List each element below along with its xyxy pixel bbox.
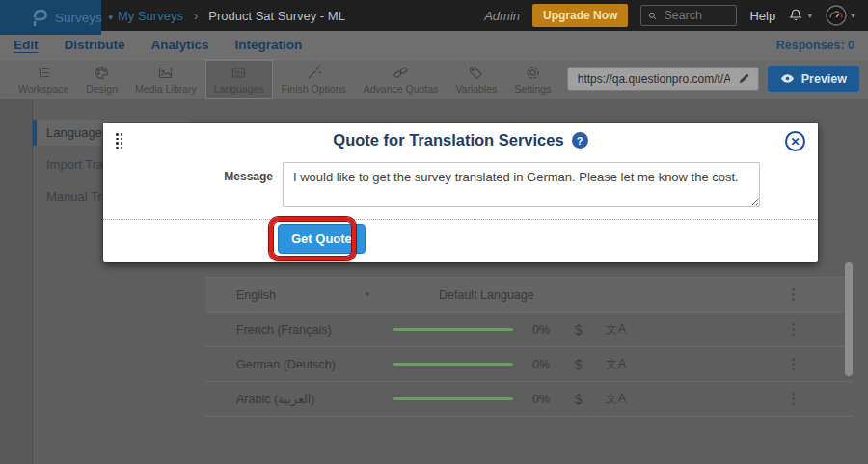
language-name: French (Français)	[205, 323, 393, 337]
image-icon	[157, 65, 174, 81]
toolbar-right-group: Preview	[567, 66, 859, 92]
toolbar-item-finish-options[interactable]: Finish Options	[273, 60, 355, 99]
preview-button[interactable]: Preview	[768, 66, 859, 92]
toolbar-item-variables[interactable]: Variables	[447, 60, 505, 99]
footer-divider	[103, 219, 818, 220]
translate-icon: 文A	[231, 65, 247, 81]
gear-icon	[525, 65, 541, 81]
help-icon[interactable]: ?	[572, 132, 588, 149]
search-input[interactable]	[662, 8, 729, 23]
toolbar-item-label: Finish Options	[282, 83, 346, 95]
row-menu-kebab-icon[interactable]	[790, 319, 797, 340]
scrollbar-thumb[interactable]	[845, 262, 853, 376]
toolbar-item-label: Variables	[455, 83, 497, 95]
toolbar-item-advance-quotas[interactable]: Advance Quotas	[355, 60, 448, 99]
quote-translation-modal: Quote for Translation Services ? ✕ Messa…	[103, 123, 818, 262]
surveys-menu-label: Surveys	[55, 11, 102, 25]
toolbar-item-workspace[interactable]: Workspace	[10, 60, 77, 99]
chevron-down-icon: ▼	[107, 14, 115, 22]
help-link[interactable]: Help	[749, 9, 775, 23]
account-menu-button[interactable]: ▼	[826, 5, 856, 26]
top-bar: My Surveys › Product Sat Survey - ML Adm…	[0, 0, 868, 31]
tab-edit[interactable]: Edit	[14, 38, 39, 52]
toolbar-item-languages[interactable]: 文A Languages	[205, 60, 273, 99]
translation-progress-bar	[393, 328, 513, 331]
get-quote-button[interactable]: Get Quote	[278, 224, 366, 254]
progress-percent: 0%	[532, 323, 561, 337]
row-menu-kebab-icon[interactable]	[790, 285, 797, 305]
questionpro-logo-icon	[32, 9, 48, 27]
topbar-right-group: Admin Upgrade Now Help ▼ ▼	[484, 4, 868, 27]
quote-dollar-icon[interactable]: $	[575, 357, 584, 372]
quote-dollar-icon[interactable]: $	[575, 322, 584, 338]
toolbar-item-label: Advance Quotas	[364, 83, 439, 95]
breadcrumb-current-survey: Product Sat Survey - ML	[208, 9, 345, 23]
languages-table: English ▼ Default Language French (Franç…	[205, 277, 853, 417]
breadcrumb-separator: ›	[194, 9, 198, 23]
table-row-arabic: Arabic (العربية) 0% $ 文A	[205, 382, 853, 417]
survey-nav: Edit Distribute Analytics Integration Re…	[0, 31, 868, 59]
message-label: Message	[103, 170, 273, 183]
bell-icon	[788, 8, 803, 23]
eye-icon	[780, 73, 795, 84]
edit-pencil-icon[interactable]	[738, 72, 750, 85]
admin-label: Admin	[484, 9, 520, 23]
breadcrumb: My Surveys › Product Sat Survey - ML	[118, 9, 345, 23]
preview-button-label: Preview	[801, 72, 847, 86]
close-icon[interactable]: ✕	[785, 131, 805, 151]
translate-language-icon[interactable]: 文A	[606, 391, 627, 407]
modal-header: Quote for Translation Services ?	[103, 131, 818, 150]
search-box[interactable]	[640, 5, 737, 26]
tab-analytics[interactable]: Analytics	[151, 38, 209, 52]
chevron-down-icon: ▼	[850, 13, 856, 19]
toolbar-item-settings[interactable]: Settings	[505, 60, 559, 99]
chevron-down-icon: ▼	[806, 13, 813, 19]
breadcrumb-my-surveys[interactable]: My Surveys	[118, 9, 183, 23]
default-language-label: Default Language	[439, 288, 534, 302]
upgrade-now-button[interactable]: Upgrade Now	[532, 4, 628, 27]
language-name: Arabic (العربية)	[205, 392, 393, 406]
survey-url-box	[567, 67, 759, 91]
tag-icon	[468, 65, 484, 81]
wand-icon	[306, 65, 322, 81]
progress-percent: 0%	[532, 393, 561, 406]
toolbar-item-design[interactable]: Design	[77, 60, 126, 99]
translation-progress-bar	[393, 363, 513, 366]
workspace-icon	[36, 65, 52, 81]
table-row-english: English ▼ Default Language	[205, 278, 853, 313]
progress-percent: 0%	[532, 358, 561, 371]
language-dropdown-caret-icon[interactable]: ▼	[364, 290, 371, 299]
message-textarea[interactable]: I would like to get the survey translate…	[283, 162, 760, 207]
search-icon	[648, 11, 657, 21]
toolbar-item-label: Design	[86, 83, 118, 95]
surveys-product-menu[interactable]: Surveys ▼	[0, 0, 101, 35]
tab-integration[interactable]: Integration	[235, 38, 303, 52]
survey-url-input[interactable]	[576, 71, 732, 87]
language-name: German (Deutsch)	[205, 358, 393, 371]
palette-icon	[94, 65, 110, 81]
toolbar-item-label: Settings	[514, 83, 551, 95]
language-name: English	[236, 288, 276, 302]
left-rail	[0, 99, 33, 464]
row-menu-kebab-icon[interactable]	[790, 389, 797, 409]
notifications-button[interactable]: ▼	[788, 8, 813, 23]
quote-dollar-icon[interactable]: $	[575, 392, 584, 407]
table-row-french: French (Français) 0% $ 文A	[205, 313, 853, 347]
toolbar-item-label: Languages	[214, 83, 264, 95]
modal-title: Quote for Translation Services	[333, 131, 563, 150]
avatar-gauge-icon	[826, 5, 847, 26]
tab-distribute[interactable]: Distribute	[65, 38, 125, 52]
language-name-cell: English ▼	[205, 288, 371, 302]
chain-icon	[393, 65, 409, 81]
toolbar-item-label: Media Library	[135, 83, 197, 95]
toolbar-item-media-library[interactable]: Media Library	[126, 60, 205, 99]
row-menu-kebab-icon[interactable]	[790, 354, 797, 374]
responses-count: Responses: 0	[776, 39, 868, 52]
translate-language-icon[interactable]: 文A	[606, 356, 627, 372]
svg-text:A: A	[240, 70, 244, 76]
translation-progress-bar	[393, 397, 513, 400]
table-row-german: German (Deutsch) 0% $ 文A	[205, 347, 853, 382]
translate-language-icon[interactable]: 文A	[606, 321, 627, 338]
toolbar-item-label: Workspace	[18, 83, 68, 95]
